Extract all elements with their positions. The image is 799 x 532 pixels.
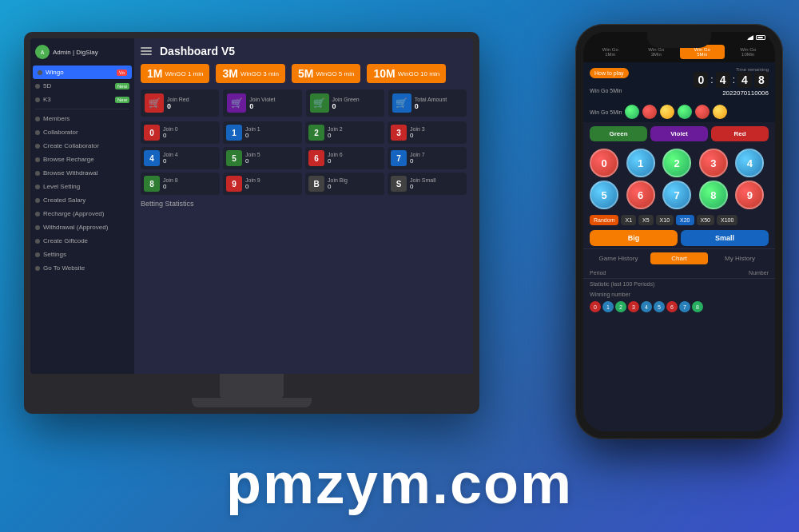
number-ball-8[interactable]: 8	[699, 181, 728, 209]
sidebar-item-recharge-approved[interactable]: Recharge (Approved)	[30, 207, 134, 220]
num-info-0: Join 0 0	[163, 126, 178, 139]
phone-status-icons	[747, 35, 765, 40]
ball-green-1	[625, 105, 639, 119]
number-ball-5[interactable]: 5	[590, 181, 618, 209]
how-to-play-button[interactable]: How to play	[590, 68, 629, 78]
phone-tab-3min-sub: 3Min	[636, 52, 678, 57]
red-button[interactable]: Red	[711, 126, 769, 141]
timer-digit-4: 4	[716, 72, 730, 88]
stat-label-total: Total Amount	[415, 97, 463, 102]
sidebar-members-label: Members	[43, 115, 70, 122]
number-ball-2[interactable]: 2	[662, 149, 691, 177]
sidebar-item-level[interactable]: Level Setting	[30, 180, 134, 193]
battery-icon	[756, 35, 765, 40]
stat-row: Statistic (last 100 Periods)	[583, 279, 775, 289]
number-ball-0[interactable]: 0	[590, 149, 618, 177]
phone-notch	[647, 32, 711, 48]
number-ball-1[interactable]: 1	[626, 149, 655, 177]
mult-x50[interactable]: X50	[697, 215, 714, 225]
color-buttons: Green Violet Red	[583, 122, 775, 145]
my-history-tab[interactable]: My History	[711, 252, 769, 264]
sidebar-item-salary[interactable]: Created Salary	[30, 193, 134, 207]
phone-tab-5min-sub: 5Min	[682, 52, 723, 57]
game-tab-3m[interactable]: 3M WinGO 3 min	[216, 64, 284, 83]
win-ball-5: 5	[654, 301, 665, 312]
sidebar-wingo-badge: Vo	[117, 69, 127, 76]
sidebar-item-settings[interactable]: Settings	[30, 248, 134, 261]
sidebar-item-k3[interactable]: K3 New	[30, 93, 134, 106]
sidebar-item-wingo[interactable]: Wingo Vo	[33, 66, 132, 79]
sidebar-item-collaborator[interactable]: Collaborator	[30, 125, 134, 139]
stat-info-total: Total Amount 0	[415, 97, 463, 110]
num-info-8: Join 8 0	[163, 177, 178, 190]
phone-tab-1min[interactable]: Win Go 1Min	[588, 45, 633, 59]
game-tab-1m[interactable]: 1M WinGO 1 min	[141, 64, 209, 83]
green-button[interactable]: Green	[590, 126, 647, 141]
stats-grid: 🛒 Join Red 0 🛒 Join Violet 0	[141, 89, 467, 117]
mult-x20[interactable]: X20	[676, 215, 694, 225]
sidebar-giftcode-label: Create Giftcode	[43, 237, 88, 244]
num-card-big: B Join Big 0	[305, 173, 384, 195]
stat-icon-red: 🛒	[145, 93, 164, 113]
sidebar-item-5d[interactable]: 5D New	[30, 79, 134, 93]
big-button[interactable]: Big	[590, 230, 678, 246]
monitor-base	[192, 398, 312, 407]
phone-tab-10min[interactable]: Win Go 10Min	[726, 45, 771, 59]
sidebar-item-website[interactable]: Go To Website	[30, 261, 134, 275]
sidebar-item-create-collaborator[interactable]: Create Collaborator	[30, 139, 134, 153]
mult-x100[interactable]: X100	[717, 215, 737, 225]
number-ball-3[interactable]: 3	[699, 149, 728, 177]
small-button[interactable]: Small	[681, 230, 769, 246]
win-ball-1: 1	[602, 301, 614, 312]
chart-tab[interactable]: Chart	[650, 252, 708, 264]
sidebar-item-browse-recharge[interactable]: Browse Recharge	[30, 153, 134, 166]
number-ball-9[interactable]: 9	[735, 181, 764, 209]
number-ball-7[interactable]: 7	[662, 181, 691, 209]
mult-x5[interactable]: X5	[638, 215, 654, 225]
period-header: Period	[590, 270, 679, 276]
sidebar-item-members[interactable]: Members	[30, 112, 134, 125]
stat-label-violet: Join Violet	[249, 97, 297, 102]
dot-icon	[35, 225, 40, 230]
number-ball-4[interactable]: 4	[735, 149, 764, 177]
number-balls-grid: 0 1 2 3 4 5 6 7 8 9	[583, 145, 775, 212]
sidebar-header: A Admin | DigSlay	[30, 42, 134, 62]
game-tab-5m[interactable]: 5M WinGO 5 min	[292, 64, 360, 83]
sidebar: A Admin | DigSlay Wingo Vo 5D New	[30, 38, 134, 374]
ball-red-1	[642, 105, 657, 119]
mult-x1[interactable]: X1	[621, 215, 636, 225]
stat-value-green: 0	[332, 102, 380, 110]
stat-card-violet: 🛒 Join Violet 0	[223, 89, 301, 117]
big-small-row: Big Small	[583, 228, 775, 248]
win-ball-3: 3	[628, 301, 639, 312]
random-button[interactable]: Random	[590, 215, 618, 225]
stat-value-red: 0	[167, 102, 215, 110]
game-tab-10m[interactable]: 10M WinGO 10 min	[367, 64, 446, 83]
tab-5m-num: 5M	[298, 67, 313, 80]
stat-card-total: 🛒 Total Amount 0	[388, 89, 467, 117]
phone-tab-10min-sub: 10Min	[728, 52, 769, 57]
tab-1m-label: WinGO 1 min	[165, 70, 203, 77]
timer-sep-2: :	[733, 74, 735, 85]
number-ball-6[interactable]: 6	[626, 181, 655, 209]
betting-stats-label: Betting Statistics	[141, 200, 467, 208]
dot-icon	[35, 239, 40, 244]
sidebar-item-withdrawal-approved[interactable]: Withdrawal (Approved)	[30, 220, 134, 234]
sidebar-level-label: Level Setting	[43, 183, 80, 190]
hamburger-icon[interactable]	[141, 47, 152, 55]
violet-button[interactable]: Violet	[650, 126, 708, 141]
multiplier-row: Random X1 X5 X10 X20 X50 X100	[583, 212, 775, 228]
stat-card-green: 🛒 Join Green 0	[306, 89, 384, 117]
timer-section: How to play Win Go 5Min Time remaining 0…	[583, 62, 775, 101]
sidebar-settings-label: Settings	[43, 251, 66, 258]
sidebar-5d-badge: New	[115, 83, 129, 89]
game-history-tab[interactable]: Game History	[590, 252, 647, 264]
sidebar-create-collab-label: Create Collaborator	[43, 142, 99, 149]
winning-balls-row: 0 1 2 3 4 5 6 7 8	[583, 300, 775, 314]
num-badge-2: 2	[308, 125, 324, 141]
sidebar-item-giftcode[interactable]: Create Giftcode	[30, 234, 134, 248]
monitor-stand	[220, 374, 284, 398]
sidebar-item-browse-withdrawal[interactable]: Browse Withdrawal	[30, 166, 134, 180]
mult-x10[interactable]: X10	[656, 215, 674, 225]
num-badge-8: 8	[144, 176, 160, 192]
